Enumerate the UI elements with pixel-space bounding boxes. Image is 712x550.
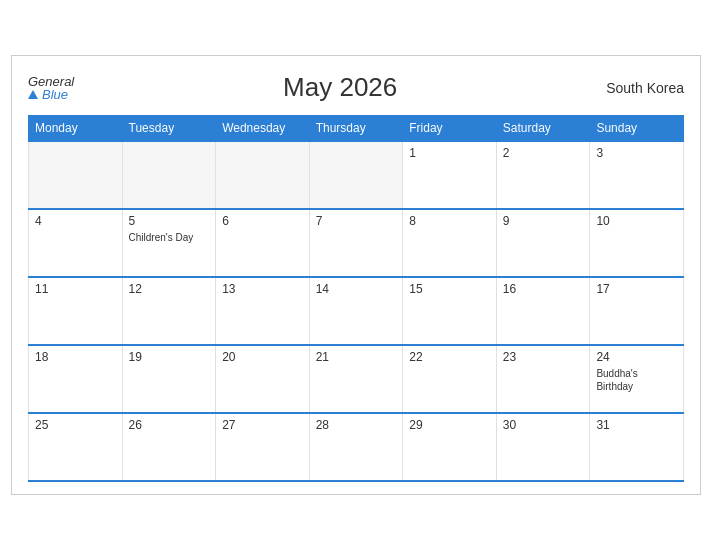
calendar-cell: 23: [496, 345, 590, 413]
week-row-0: 123: [29, 141, 684, 209]
day-number: 10: [596, 214, 677, 228]
calendar-wrapper: General Blue May 2026 South Korea Monday…: [11, 55, 701, 495]
day-number: 21: [316, 350, 397, 364]
event-label: Children's Day: [129, 231, 210, 244]
calendar-cell: 19: [122, 345, 216, 413]
day-number: 2: [503, 146, 584, 160]
calendar-cell: 6: [216, 209, 310, 277]
day-number: 11: [35, 282, 116, 296]
calendar-cell: 18: [29, 345, 123, 413]
calendar-country: South Korea: [606, 80, 684, 96]
calendar-cell: 16: [496, 277, 590, 345]
logo-blue-text: Blue: [28, 88, 74, 101]
weekday-header-row: MondayTuesdayWednesdayThursdayFridaySatu…: [29, 116, 684, 142]
calendar-cell: 4: [29, 209, 123, 277]
calendar-cell: 13: [216, 277, 310, 345]
day-number: 6: [222, 214, 303, 228]
calendar-cell: 5Children's Day: [122, 209, 216, 277]
day-number: 12: [129, 282, 210, 296]
calendar-cell: [216, 141, 310, 209]
day-number: 9: [503, 214, 584, 228]
calendar-cell: 12: [122, 277, 216, 345]
calendar-cell: 20: [216, 345, 310, 413]
day-number: 5: [129, 214, 210, 228]
day-number: 24: [596, 350, 677, 364]
calendar-grid: MondayTuesdayWednesdayThursdayFridaySatu…: [28, 115, 684, 482]
day-number: 7: [316, 214, 397, 228]
day-number: 3: [596, 146, 677, 160]
weekday-header-monday: Monday: [29, 116, 123, 142]
calendar-cell: 28: [309, 413, 403, 481]
calendar-cell: [122, 141, 216, 209]
day-number: 30: [503, 418, 584, 432]
weekday-header-saturday: Saturday: [496, 116, 590, 142]
day-number: 13: [222, 282, 303, 296]
calendar-cell: 8: [403, 209, 497, 277]
calendar-cell: 14: [309, 277, 403, 345]
calendar-cell: 25: [29, 413, 123, 481]
calendar-cell: 27: [216, 413, 310, 481]
calendar-cell: [29, 141, 123, 209]
calendar-cell: 10: [590, 209, 684, 277]
calendar-cell: 22: [403, 345, 497, 413]
weekday-header-tuesday: Tuesday: [122, 116, 216, 142]
week-row-1: 45Children's Day678910: [29, 209, 684, 277]
calendar-cell: 9: [496, 209, 590, 277]
calendar-cell: 30: [496, 413, 590, 481]
day-number: 22: [409, 350, 490, 364]
day-number: 8: [409, 214, 490, 228]
day-number: 25: [35, 418, 116, 432]
calendar-cell: 15: [403, 277, 497, 345]
calendar-cell: 2: [496, 141, 590, 209]
weekday-header-sunday: Sunday: [590, 116, 684, 142]
day-number: 20: [222, 350, 303, 364]
calendar-cell: 21: [309, 345, 403, 413]
logo: General Blue: [28, 75, 74, 101]
day-number: 19: [129, 350, 210, 364]
day-number: 18: [35, 350, 116, 364]
day-number: 17: [596, 282, 677, 296]
calendar-cell: 17: [590, 277, 684, 345]
day-number: 16: [503, 282, 584, 296]
calendar-title: May 2026: [74, 72, 606, 103]
weekday-header-thursday: Thursday: [309, 116, 403, 142]
logo-triangle-icon: [28, 90, 38, 99]
day-number: 27: [222, 418, 303, 432]
calendar-cell: 31: [590, 413, 684, 481]
calendar-cell: 26: [122, 413, 216, 481]
calendar-cell: 29: [403, 413, 497, 481]
week-row-3: 18192021222324Buddha's Birthday: [29, 345, 684, 413]
day-number: 23: [503, 350, 584, 364]
calendar-cell: 3: [590, 141, 684, 209]
day-number: 28: [316, 418, 397, 432]
week-row-4: 25262728293031: [29, 413, 684, 481]
calendar-cell: 1: [403, 141, 497, 209]
day-number: 29: [409, 418, 490, 432]
day-number: 31: [596, 418, 677, 432]
week-row-2: 11121314151617: [29, 277, 684, 345]
calendar-header: General Blue May 2026 South Korea: [28, 72, 684, 103]
weekday-header-wednesday: Wednesday: [216, 116, 310, 142]
day-number: 26: [129, 418, 210, 432]
calendar-cell: 11: [29, 277, 123, 345]
calendar-cell: 24Buddha's Birthday: [590, 345, 684, 413]
day-number: 1: [409, 146, 490, 160]
logo-general-text: General: [28, 75, 74, 88]
calendar-cell: 7: [309, 209, 403, 277]
weekday-header-friday: Friday: [403, 116, 497, 142]
day-number: 14: [316, 282, 397, 296]
event-label: Buddha's Birthday: [596, 367, 677, 393]
day-number: 4: [35, 214, 116, 228]
calendar-cell: [309, 141, 403, 209]
day-number: 15: [409, 282, 490, 296]
